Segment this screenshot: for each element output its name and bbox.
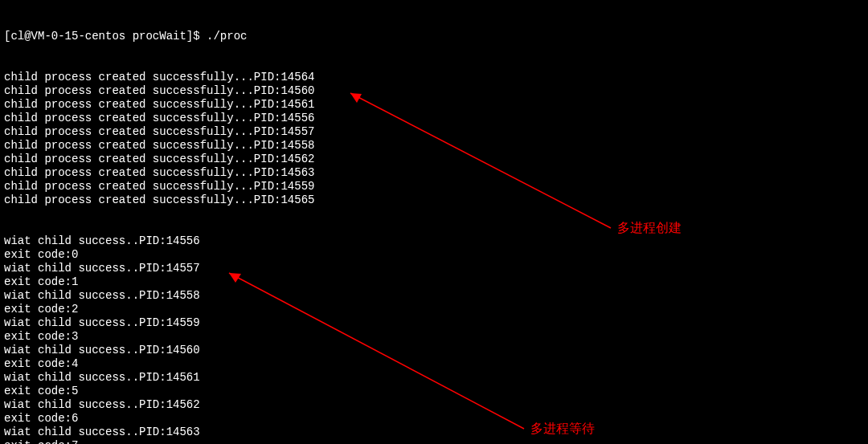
wait-line: wiat child success..PID:14559 [4,316,864,330]
created-line: child process created successfully...PID… [4,180,864,193]
created-line: child process created successfully...PID… [4,125,864,139]
exit-line: exit code:0 [4,248,864,262]
wait-line: wiat child success..PID:14558 [4,289,864,303]
created-line: child process created successfully...PID… [4,98,864,112]
exit-line: exit code:7 [4,439,864,444]
terminal-output[interactable]: [cl@VM-0-15-centos procWait]$ ./proc chi… [4,2,864,444]
created-line: child process created successfully...PID… [4,153,864,166]
exit-line: exit code:1 [4,275,864,289]
created-line: child process created successfully...PID… [4,139,864,153]
exit-line: exit code:2 [4,303,864,316]
exit-line: exit code:3 [4,330,864,344]
exit-line: exit code:4 [4,357,864,371]
wait-line: wiat child success..PID:14556 [4,234,864,248]
created-line: child process created successfully...PID… [4,84,864,98]
exit-line: exit code:6 [4,412,864,426]
wait-line: wiat child success..PID:14560 [4,344,864,357]
wait-line: wiat child success..PID:14557 [4,262,864,275]
prompt-line: [cl@VM-0-15-centos procWait]$ ./proc [4,30,864,43]
created-line: child process created successfully...PID… [4,193,864,207]
created-line: child process created successfully...PID… [4,166,864,180]
wait-line: wiat child success..PID:14562 [4,398,864,412]
created-line: child process created successfully...PID… [4,112,864,125]
wait-line: wiat child success..PID:14561 [4,371,864,385]
wait-line: wiat child success..PID:14563 [4,426,864,439]
annotation-wait: 多进程等待 [530,422,595,435]
exit-line: exit code:5 [4,385,864,398]
created-line: child process created successfully...PID… [4,71,864,84]
command-text: ./proc [207,30,247,43]
annotation-create: 多进程创建 [617,221,682,234]
prompt-text: [cl@VM-0-15-centos procWait]$ [4,30,200,43]
